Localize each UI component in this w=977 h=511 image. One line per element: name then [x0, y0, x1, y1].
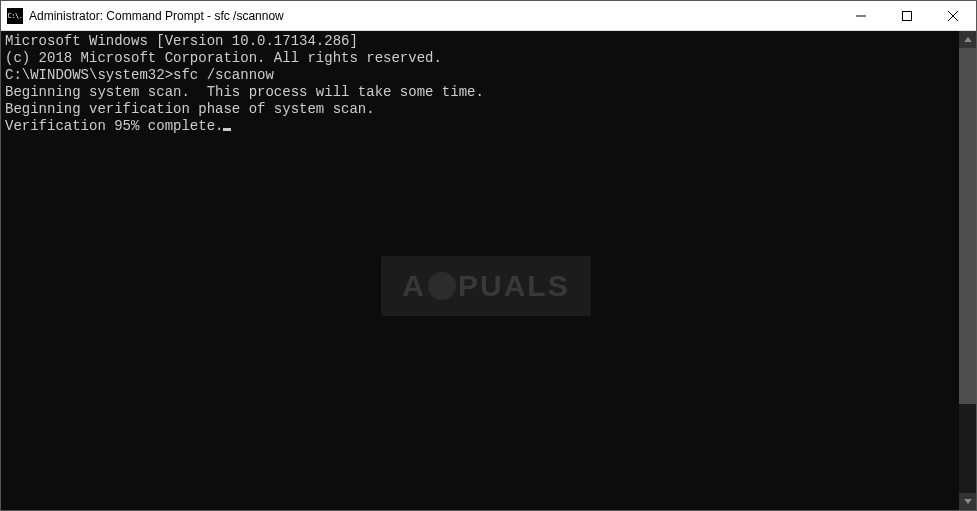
- window-title: Administrator: Command Prompt - sfc /sca…: [29, 9, 838, 23]
- minimize-button[interactable]: [838, 1, 884, 30]
- vertical-scrollbar[interactable]: [959, 31, 976, 510]
- text-cursor: [223, 128, 231, 131]
- titlebar[interactable]: C:\. Administrator: Command Prompt - sfc…: [1, 1, 976, 31]
- console-line: C:\WINDOWS\system32>sfc /scannow: [5, 67, 955, 84]
- scroll-track[interactable]: [959, 48, 976, 493]
- console-line: Beginning system scan. This process will…: [5, 84, 955, 101]
- console-line: (c) 2018 Microsoft Corporation. All righ…: [5, 50, 955, 67]
- maximize-button[interactable]: [884, 1, 930, 30]
- svg-marker-5: [964, 499, 972, 504]
- command-prompt-window: C:\. Administrator: Command Prompt - sfc…: [0, 0, 977, 511]
- scroll-up-button[interactable]: [959, 31, 976, 48]
- window-controls: [838, 1, 976, 30]
- console-line: Microsoft Windows [Version 10.0.17134.28…: [5, 33, 955, 50]
- system-menu-icon[interactable]: C:\.: [7, 8, 23, 24]
- console-line: Verification 95% complete.: [5, 118, 955, 135]
- console-line: Beginning verification phase of system s…: [5, 101, 955, 118]
- close-button[interactable]: [930, 1, 976, 30]
- scroll-thumb[interactable]: [959, 48, 976, 404]
- svg-marker-4: [964, 37, 972, 42]
- svg-rect-1: [903, 11, 912, 20]
- scroll-down-button[interactable]: [959, 493, 976, 510]
- console-area: Microsoft Windows [Version 10.0.17134.28…: [1, 31, 976, 510]
- console-output[interactable]: Microsoft Windows [Version 10.0.17134.28…: [1, 31, 959, 510]
